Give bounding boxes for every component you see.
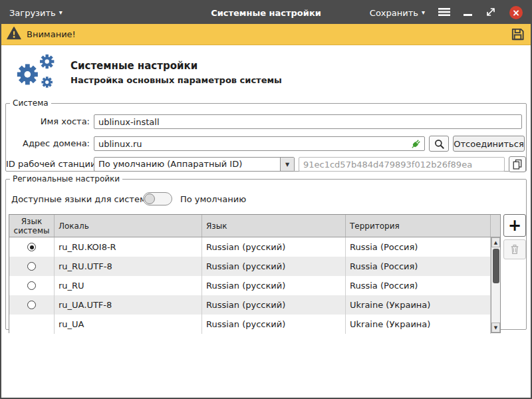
workstation-id-selected: По умолчанию (Аппаратный ID) [94,158,280,171]
locale-radio[interactable] [27,262,36,271]
copy-icon [511,158,523,170]
domain-label: Адрес домена: [6,136,90,151]
page-title: Системные настройки [70,60,198,72]
copy-id-button[interactable] [509,156,526,172]
disconnect-button[interactable]: Отсоединиться [453,136,525,152]
search-icon [434,138,445,150]
warning-bar: Внимание! [1,24,531,45]
chevron-down-icon: ▾ [59,9,63,16]
locale-cell[interactable]: ru_RU.UTF-8 [55,257,202,276]
scroll-down-icon[interactable]: ▼ [491,323,500,332]
language-cell[interactable]: Russian (русский) [202,257,346,276]
locale-radio[interactable] [27,301,36,309]
language-cell[interactable]: Russian (русский) [202,295,346,315]
hostname-input[interactable] [94,114,522,129]
regional-legend: Региональные настройки [10,174,122,184]
languages-toggle[interactable] [143,192,172,205]
table-row[interactable]: ru_RU Russian (русский) Russia (Россия) [9,276,491,295]
table-row[interactable]: ru_RU.KOI8-R Russian (русский) Russia (Р… [9,237,491,257]
territory-cell[interactable]: Ukraine (Украина) [346,295,491,315]
workstation-id-label: ID рабочей станции: [6,157,90,172]
radio-cell[interactable] [9,276,55,295]
regional-section: Региональные настройки Доступные языки д… [5,174,527,330]
search-domain-button[interactable] [429,136,449,152]
maximize-button[interactable] [485,7,496,19]
table-body: ru_RU.KOI8-R Russian (русский) Russia (Р… [9,237,491,332]
radio-cell[interactable] [9,257,55,276]
hamburger-menu-icon[interactable] [438,7,450,19]
toggle-knob-icon [144,194,155,204]
hostname-label: Имя хоста: [6,114,90,129]
column-header-locale[interactable]: Локаль [55,215,202,237]
minimize-button[interactable] [464,8,472,18]
table-row[interactable]: ru_UA.UTF-8 Russian (русский) Ukraine (У… [9,295,491,315]
radio-cell[interactable] [9,315,55,334]
load-menu-button[interactable]: Загрузить ▾ [9,8,63,18]
column-header-system-language[interactable]: Язык системы [9,215,55,237]
close-button[interactable]: × [509,6,523,19]
chevron-down-icon: ▼ [280,158,294,171]
locale-cell[interactable]: ru_RU.KOI8-R [55,237,202,257]
add-locale-button[interactable]: + [503,214,526,237]
scroll-up-icon[interactable]: ▲ [491,237,500,247]
column-header-territory[interactable]: Территория [346,215,491,237]
domain-input[interactable] [94,136,425,151]
page-subtitle: Настройка основных параметров системы [70,75,282,85]
minimize-icon [464,14,472,16]
column-header-language[interactable]: Язык [202,215,346,237]
locale-cell[interactable]: ru_UA.UTF-8 [55,295,202,315]
scrollbar-track[interactable] [491,247,500,323]
workstation-id-select[interactable]: По умолчанию (Аппаратный ID) ▼ [94,157,295,172]
available-languages-label: Доступные языки для системы: [11,194,156,204]
floppy-icon [510,27,525,42]
language-cell[interactable]: Russian (русский) [202,276,346,295]
chevron-down-icon: ▾ [422,9,425,16]
territory-cell[interactable]: Ukraine (Украина) [346,315,491,334]
locale-radio[interactable] [27,281,36,290]
locale-cell[interactable]: ru_RU [55,276,202,295]
territory-cell[interactable]: Russia (Россия) [346,276,491,295]
hardware-id-field [299,157,505,172]
gears-icon [8,52,61,95]
save-menu-button[interactable]: Сохранить ▾ [370,8,425,18]
table-row[interactable]: ru_UA Russian (русский) Ukraine (Украина… [9,315,491,334]
language-cell[interactable]: Russian (русский) [202,315,346,334]
save-to-disk-button[interactable] [510,27,525,42]
table-scrollbar[interactable]: ▲ ▼ [491,237,500,332]
column-header-filler [491,215,500,237]
language-cell[interactable]: Russian (русский) [202,237,346,257]
page-header: Системные настройки Настройка основных п… [1,45,531,98]
trash-icon [509,243,521,255]
radio-cell[interactable] [9,295,55,315]
scrollbar-thumb[interactable] [493,249,499,283]
warning-message: Внимание! [27,29,76,39]
locale-cell[interactable]: ru_UA [55,315,202,334]
territory-cell[interactable]: Russia (Россия) [346,257,491,276]
save-menu-label: Сохранить [370,8,418,18]
default-label: По умолчанию [180,194,246,204]
load-menu-label: Загрузить [9,8,56,18]
territory-cell[interactable]: Russia (Россия) [346,237,491,257]
warning-icon [7,27,21,42]
locale-radio[interactable] [27,243,36,251]
close-icon: × [512,8,520,17]
system-section: Система Имя хоста: Адрес домена: Отсоеди… [5,98,527,172]
table-row[interactable]: ru_RU.UTF-8 Russian (русский) Russia (Ро… [9,257,491,276]
locales-table: Язык системы Локаль Язык Территория ru_R… [9,214,501,333]
connected-plug-icon [410,138,422,152]
table-header: Язык системы Локаль Язык Территория [9,215,500,237]
delete-locale-button[interactable] [503,239,526,259]
settings-window: Системные настройки Загрузить ▾ Сохранит… [0,0,532,399]
radio-cell[interactable] [9,237,55,257]
system-legend: Система [10,98,51,108]
titlebar: Системные настройки Загрузить ▾ Сохранит… [1,1,531,24]
